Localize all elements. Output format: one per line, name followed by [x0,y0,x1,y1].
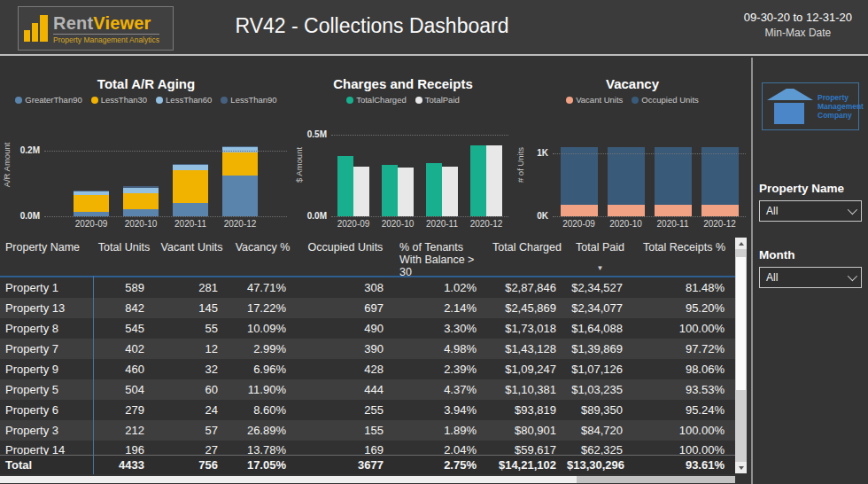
table-row-property-5[interactable]: Property 55046011.90%4444.37%$1,10,381$1… [0,379,735,400]
bar-segment-occupied-units[interactable] [608,147,645,206]
legend-item-occupied-units[interactable]: Occupied Units [632,95,698,105]
chart-legend: TotalChargedTotalPaid [292,93,514,106]
chart-title: Charges and Receipts [292,58,514,93]
legend-item-vacant-units[interactable]: Vacant Units [566,95,623,105]
bar-totalcharged-2020-10[interactable] [382,165,398,216]
cell: 4433 [93,458,155,472]
cell: 95.24% [633,403,735,417]
brand-text: RentViewer Property Management Analytics [53,13,159,44]
plot-area [331,113,508,216]
table-row-property-8[interactable]: Property 85455510.09%4903.30%$1,73,018$1… [0,318,735,339]
column-header-total-charged[interactable]: Total Charged [487,241,567,276]
chart-total-ar-aging: Total A/R Aging GreaterThan90LessThan30L… [0,58,292,235]
bar-segment-vacant-units[interactable] [561,205,598,216]
stacked-bar-2020-11[interactable] [173,164,208,216]
column-header-property-name[interactable]: Property Name [0,241,93,276]
bar-totalcharged-2020-09[interactable] [337,156,353,216]
column-header-total-receipts-[interactable]: Total Receipts % [633,241,735,276]
bar-segment-lessthan30[interactable] [123,193,159,210]
legend-label: GreaterThan90 [25,95,81,105]
column-header-occupied-units[interactable]: Occupied Units [297,241,394,276]
table-row-property-13[interactable]: Property 1384214517.22%6972.14%$2,45,869… [0,298,735,318]
property-name-dropdown[interactable]: All [759,200,862,222]
bar-segment-lessthan30[interactable] [74,195,109,212]
table-row-property-3[interactable]: Property 32125726.89%1551.89%$80,901$84,… [0,420,735,441]
month-dropdown[interactable]: All [759,267,862,288]
cell: 490 [297,322,394,335]
scroll-down-arrow[interactable] [735,462,747,473]
cell: 97.72% [633,342,735,355]
bar-segment-lessthan30[interactable] [222,152,258,176]
x-axis-label: 2020-12 [698,219,742,229]
cell: 428 [297,363,394,376]
table-row-property-14[interactable]: Property 141962713.78%1692.04%$59,617$62… [0,441,735,455]
stacked-bar-2020-09[interactable] [561,147,598,217]
horizontal-scroll-thumb[interactable] [0,476,577,483]
cell: 24 [155,403,229,417]
stacked-bar-2020-09[interactable] [74,191,109,216]
bar-totalpaid-2020-11[interactable] [442,167,458,216]
bar-group-2020-09 [69,191,113,216]
table-row-total[interactable]: Total443375617.05%36772.75%$14,21,102$13… [0,455,735,474]
bar-totalpaid-2020-09[interactable] [353,167,369,216]
bar-segment-vacant-units[interactable] [608,205,645,216]
legend-item-totalpaid[interactable]: TotalPaid [415,95,460,105]
y-axis-ticks: 0.2M0.0M [12,113,44,216]
scroll-up-arrow[interactable] [735,238,747,249]
bar-segment-greaterthan90[interactable] [123,209,159,216]
bar-segment-greaterthan90[interactable] [173,203,208,216]
legend-item-lessthan90[interactable]: LessThan90 [221,95,276,105]
legend-label: LessThan30 [101,95,147,105]
bar-segment-greaterthan90[interactable] [222,176,258,216]
legend-label: TotalCharged [356,95,407,105]
cell: 17.22% [229,301,297,315]
brand-rent: Rent [53,13,93,33]
stacked-bar-2020-10[interactable] [123,186,159,216]
legend-item-greaterthan90[interactable]: GreaterThan90 [15,95,81,105]
bar-segment-occupied-units[interactable] [701,147,739,205]
column-header-vacancy-[interactable]: Vacancy % [229,241,297,276]
y-axis-tick: 0K [537,211,548,221]
column-header-total-paid[interactable]: Total Paid▼ [567,241,633,276]
column-header-label: Vacancy % [236,241,291,254]
bar-segment-occupied-units[interactable] [655,147,692,205]
stacked-bar-2020-10[interactable] [608,147,645,216]
collections-table: Property NameTotal UnitsVacant UnitsVaca… [0,235,735,475]
bar-totalpaid-2020-12[interactable] [486,145,502,216]
legend-label: LessThan90 [230,95,276,105]
bar-segment-vacant-units[interactable] [701,205,739,216]
legend-item-totalcharged[interactable]: TotalCharged [346,95,407,105]
legend-item-lessthan30[interactable]: LessThan30 [91,95,147,105]
cell: 169 [297,441,394,455]
table-row-property-6[interactable]: Property 6279248.60%2553.94%$93,819$89,3… [0,400,735,420]
column-header--of-tenants-with-balance-30[interactable]: % of Tenants With Balance > 30 [394,241,487,276]
table-row-property-7[interactable]: Property 7402122.99%3904.98%$1,43,128$1,… [0,339,735,359]
property-name-filter-label: Property Name [759,182,868,195]
bar-segment-lessthan30[interactable] [173,170,208,203]
bar-totalpaid-2020-10[interactable] [398,168,414,216]
cell: 545 [93,322,155,335]
bar-group-2020-12 [698,147,742,217]
vertical-scroll-thumb[interactable] [736,257,746,390]
cell: $1,09,247 [487,363,567,376]
table-row-property-1[interactable]: Property 158928147.71%3081.02%$2,87,846$… [0,277,735,298]
bar-segment-vacant-units[interactable] [655,205,692,216]
column-header-label: Total Charged [492,241,562,254]
bar-segment-occupied-units[interactable] [561,147,598,205]
legend-item-lessthan60[interactable]: LessThan60 [156,95,212,105]
stacked-bar-2020-12[interactable] [701,147,739,217]
stacked-bar-2020-11[interactable] [655,147,692,217]
cell: $2,34,527 [567,281,633,294]
bar-totalcharged-2020-11[interactable] [426,163,442,216]
stacked-bar-2020-12[interactable] [222,146,258,216]
cell: 1.02% [394,281,487,294]
cell: $84,720 [567,424,633,437]
column-header-total-units[interactable]: Total Units [93,241,155,276]
column-header-vacant-units[interactable]: Vacant Units [155,241,229,276]
table-row-property-9[interactable]: Property 9460326.96%4282.39%$1,09,247$1,… [0,359,735,379]
date-range-label: Min-Max Date [744,27,852,39]
table-horizontal-scrollbar[interactable] [0,476,735,483]
cell: $14,21,102 [487,458,567,472]
bar-totalcharged-2020-12[interactable] [470,145,486,216]
table-vertical-scrollbar[interactable] [735,238,747,473]
